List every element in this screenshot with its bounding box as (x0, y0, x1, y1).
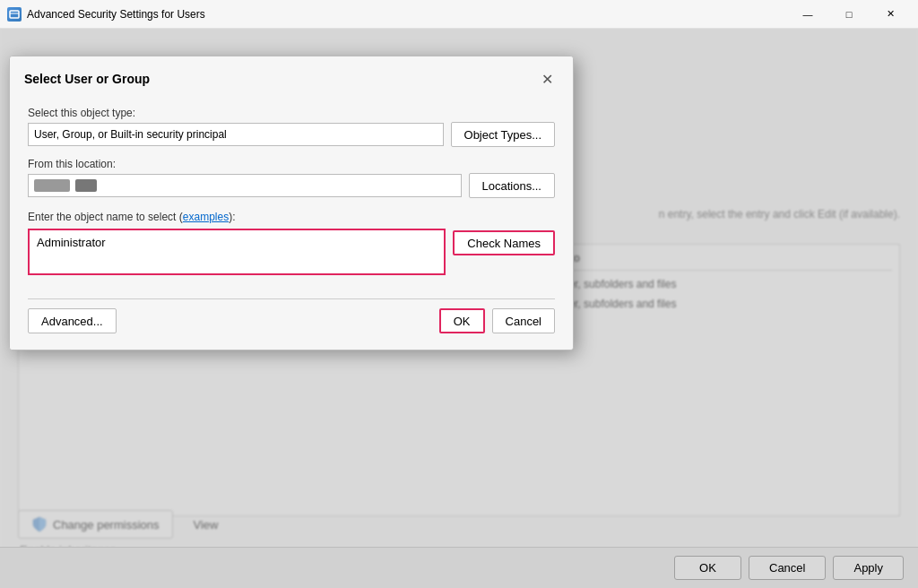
object-type-label: Select this object type: (28, 107, 555, 119)
dialog-title: Select User or Group (24, 72, 150, 86)
check-names-button[interactable]: Check Names (453, 230, 555, 255)
title-bar-controls: — □ ✕ (787, 0, 911, 29)
examples-link[interactable]: examples (183, 211, 229, 223)
location-block-1 (34, 179, 70, 192)
minimize-button[interactable]: — (787, 0, 828, 29)
object-name-row: Administrator Check Names (28, 229, 555, 277)
location-row: Locations... (28, 173, 555, 198)
advanced-button[interactable]: Advanced... (28, 308, 117, 333)
object-name-label: Enter the object name to select (example… (28, 211, 555, 223)
select-user-dialog: Select User or Group ✕ Select this objec… (9, 56, 574, 350)
dialog-close-button[interactable]: ✕ (535, 67, 559, 91)
location-label: From this location: (28, 158, 555, 170)
object-name-outer: Administrator (28, 229, 446, 275)
locations-button[interactable]: Locations... (469, 173, 556, 198)
dialog-footer: Advanced... OK Cancel (28, 308, 555, 335)
object-name-display: Administrator (31, 232, 442, 253)
dialog-footer-right: OK Cancel (439, 308, 555, 333)
title-bar: Advanced Security Settings for Users — □… (0, 0, 918, 29)
title-bar-text: Advanced Security Settings for Users (27, 8, 782, 21)
modal-overlay: Select User or Group ✕ Select this objec… (0, 29, 918, 588)
dialog-ok-button[interactable]: OK (439, 308, 485, 333)
app-icon (7, 7, 22, 22)
location-block-2 (75, 179, 97, 192)
dialog-body: Select this object type: User, Group, or… (10, 98, 573, 350)
close-button[interactable]: ✕ (870, 0, 911, 29)
svg-rect-0 (10, 11, 19, 18)
dialog-cancel-button[interactable]: Cancel (492, 308, 555, 333)
object-types-button[interactable]: Object Types... (451, 122, 555, 147)
maximize-button[interactable]: □ (828, 0, 870, 29)
object-type-row: User, Group, or Built-in security princi… (28, 122, 555, 147)
main-window: n entry, select the entry and click Edit… (0, 29, 918, 588)
dialog-separator (28, 298, 555, 299)
object-type-value: User, Group, or Built-in security princi… (34, 128, 227, 141)
dialog-title-bar: Select User or Group ✕ (10, 56, 573, 98)
